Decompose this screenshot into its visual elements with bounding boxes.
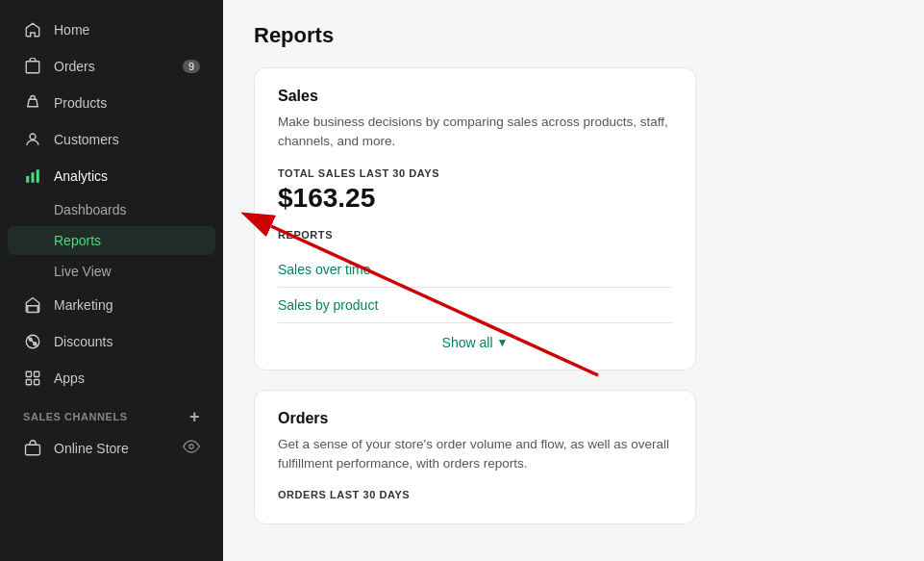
sidebar-item-live-view[interactable]: Live View: [8, 257, 215, 286]
marketing-icon: [23, 295, 42, 315]
sidebar-item-products[interactable]: Products: [8, 86, 215, 120]
online-store-icon: [23, 439, 42, 458]
sales-channels-label: SALES CHANNELS: [23, 411, 128, 422]
svg-rect-9: [35, 371, 39, 376]
sidebar-item-dashboards[interactable]: Dashboards: [8, 195, 215, 224]
customers-icon: [23, 130, 42, 149]
sales-card-title: Sales: [278, 88, 672, 105]
online-store-visibility-icon[interactable]: [183, 438, 200, 459]
sales-card: Sales Make business decisions by compari…: [254, 67, 696, 370]
orders-card-description: Get a sense of your store's order volume…: [278, 435, 672, 474]
sales-card-description: Make business decisions by comparing sal…: [278, 113, 672, 152]
page-title: Reports: [254, 23, 893, 48]
sidebar-item-marketing-label: Marketing: [54, 297, 112, 313]
chevron-down-icon: ▼: [497, 336, 509, 349]
svg-rect-3: [32, 172, 35, 183]
apps-icon: [23, 369, 42, 388]
sidebar-item-reports[interactable]: Reports: [8, 226, 215, 255]
main-wrapper: Reports Sales Make business decisions by…: [223, 0, 924, 561]
home-icon: [23, 20, 42, 39]
svg-point-1: [30, 134, 36, 140]
sidebar-item-apps-label: Apps: [54, 370, 85, 386]
sales-over-time-link[interactable]: Sales over time: [278, 252, 672, 288]
orders-card: Orders Get a sense of your store's order…: [254, 390, 696, 525]
discounts-icon: [23, 332, 42, 351]
orders-stat-label: ORDERS LAST 30 DAYS: [278, 489, 672, 500]
sales-stat-label: TOTAL SALES LAST 30 DAYS: [278, 167, 672, 179]
sales-channels-section: SALES CHANNELS +: [0, 396, 223, 429]
orders-badge: 9: [183, 60, 200, 73]
svg-rect-0: [26, 62, 39, 73]
sidebar: Home Orders 9 Products Customers Analyti…: [0, 0, 223, 561]
svg-rect-4: [37, 169, 39, 183]
sales-reports-label: REPORTS: [278, 229, 672, 241]
analytics-icon: [23, 166, 42, 186]
svg-rect-8: [26, 371, 31, 376]
add-sales-channel-icon[interactable]: +: [189, 408, 200, 425]
sidebar-item-apps[interactable]: Apps: [8, 361, 215, 395]
orders-card-title: Orders: [278, 410, 672, 427]
sales-stat-value: $163.25: [278, 183, 672, 214]
sidebar-item-discounts-label: Discounts: [54, 334, 112, 349]
products-icon: [23, 93, 42, 113]
sidebar-item-online-store-label: Online Store: [54, 441, 129, 456]
svg-rect-2: [26, 176, 29, 183]
sidebar-item-analytics-label: Analytics: [54, 168, 108, 184]
sidebar-item-home-label: Home: [54, 22, 89, 38]
sidebar-item-analytics[interactable]: Analytics: [8, 159, 215, 193]
svg-rect-12: [26, 445, 40, 455]
sales-by-product-link[interactable]: Sales by product: [278, 288, 672, 323]
sidebar-item-discounts[interactable]: Discounts: [8, 324, 215, 359]
sidebar-item-online-store[interactable]: Online Store: [8, 430, 215, 467]
main-content: Reports Sales Make business decisions by…: [223, 0, 924, 561]
sidebar-item-orders[interactable]: Orders 9: [8, 49, 215, 84]
sidebar-item-marketing[interactable]: Marketing: [8, 288, 215, 322]
svg-point-13: [189, 445, 194, 449]
svg-rect-10: [26, 380, 31, 385]
analytics-submenu: Dashboards Reports Live View: [0, 194, 223, 287]
sidebar-item-customers[interactable]: Customers: [8, 122, 215, 157]
sidebar-item-home[interactable]: Home: [8, 13, 215, 47]
show-all-button[interactable]: Show all ▼: [278, 323, 672, 350]
svg-rect-11: [35, 380, 39, 385]
sidebar-item-products-label: Products: [54, 95, 107, 111]
sidebar-item-orders-label: Orders: [54, 59, 95, 74]
sidebar-item-customers-label: Customers: [54, 132, 119, 147]
orders-icon: [23, 57, 42, 76]
